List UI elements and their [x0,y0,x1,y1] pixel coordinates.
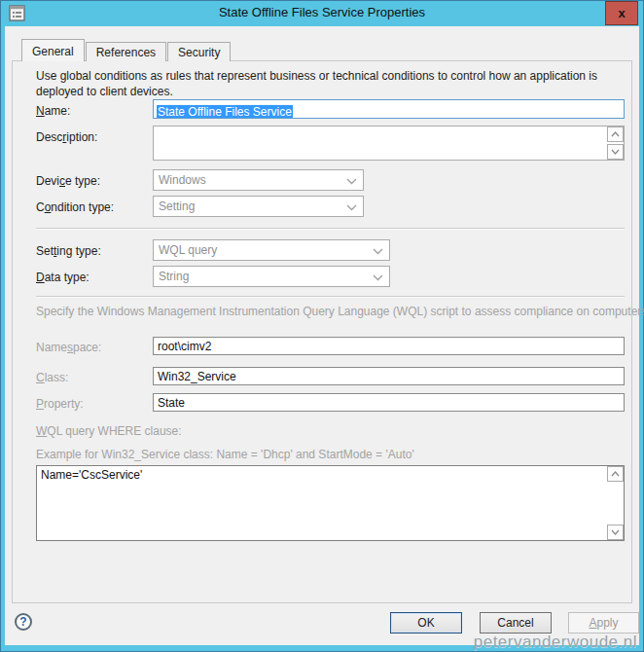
tab-references[interactable]: References [86,42,166,61]
help-icon: ? [19,615,26,629]
condition-type-value: Setting [159,199,195,213]
dialog-client-area: General References Security Use global c… [5,26,639,645]
chevron-down-icon [346,178,357,185]
namespace-label: Namespace: [36,341,101,354]
wql-example-text: Example for Win32_Service class: Name = … [36,448,414,461]
chevron-up-icon [611,131,620,137]
intro-text: Use global conditions as rules that repr… [36,68,620,99]
chevron-up-icon [611,471,620,477]
class-label: Class: [36,371,68,384]
description-label: Description: [36,130,97,144]
scroll-up-button[interactable] [607,466,624,482]
help-button[interactable]: ? [15,613,32,631]
dialog-window: State Offline Files Service Properties x… [0,0,644,652]
scroll-down-button[interactable] [607,144,624,160]
separator [36,296,625,298]
property-input[interactable]: State [153,393,625,412]
wql-where-label: WQL query WHERE clause: [36,424,182,438]
name-label: Name: [36,104,70,118]
setting-type-label: Setting type: [36,244,101,258]
scroll-up-button[interactable] [607,127,624,142]
setting-type-value: WQL query [159,243,217,257]
chevron-down-icon [611,149,620,155]
scroll-down-button[interactable] [607,525,624,540]
close-icon: x [618,7,625,19]
scrollbar-track[interactable] [607,482,624,525]
cancel-button[interactable]: Cancel [480,612,552,634]
description-scrollbar[interactable] [607,127,624,160]
tab-strip: General References Security [21,39,232,61]
tab-general[interactable]: General [21,39,85,61]
setting-type-dropdown[interactable]: WQL query [153,239,390,261]
condition-type-dropdown[interactable]: Setting [153,196,364,217]
property-label: Property: [36,397,84,411]
device-type-dropdown[interactable]: Windows [153,169,364,191]
watermark-text: petervanderwoude.nl [474,633,637,652]
data-type-dropdown[interactable]: String [153,266,390,287]
title-bar: State Offline Files Service Properties x [1,1,643,26]
description-input[interactable] [153,126,625,161]
class-input[interactable]: Win32_Service [153,367,625,385]
device-type-value: Windows [159,173,206,187]
apply-button[interactable]: Apply [568,612,639,634]
namespace-input[interactable]: root\cimv2 [153,337,625,355]
condition-type-label: Condition type: [36,200,114,214]
close-button[interactable]: x [605,1,638,25]
wql-where-input[interactable]: Name='CscService' [36,465,625,541]
device-type-label: Device type: [36,174,100,188]
name-input[interactable]: State Offline Files Service [153,99,625,119]
chevron-down-icon [346,204,357,211]
separator [36,228,625,230]
window-title: State Offline Files Service Properties [1,5,643,19]
name-input-selected-text: State Offline Files Service [157,105,293,119]
wql-scrollbar[interactable] [607,466,624,540]
general-tab-page: Use global conditions as rules that repr… [12,60,632,603]
ok-button[interactable]: OK [390,612,462,634]
wql-note-text: Specify the Windows Management Instrumen… [36,305,644,318]
chevron-down-icon [373,274,383,281]
chevron-down-icon [611,529,620,535]
wql-where-input-text: Name='CscService' [41,468,604,482]
tab-security[interactable]: Security [167,42,231,61]
chevron-down-icon [373,248,383,255]
data-type-label: Data type: [36,271,89,284]
data-type-value: String [159,270,189,283]
